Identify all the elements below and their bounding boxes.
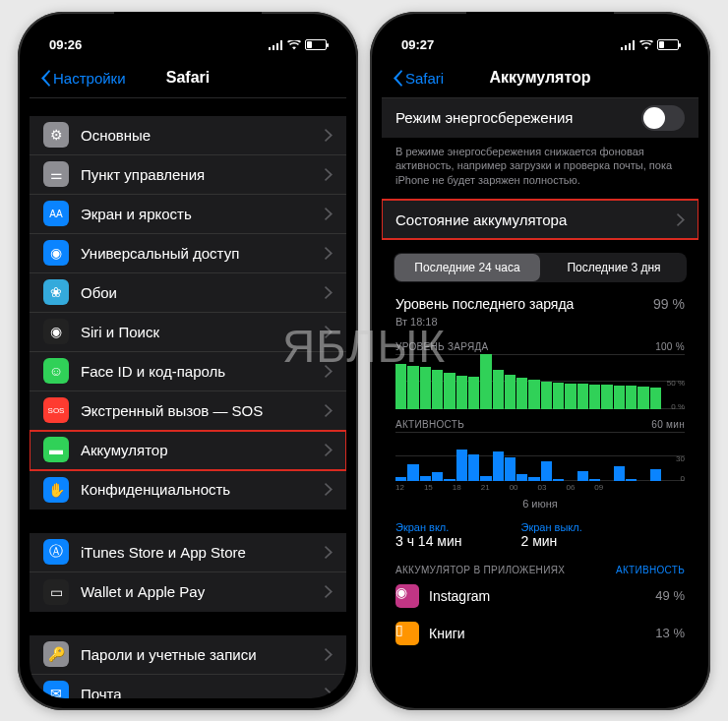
row-label: Экран и яркость xyxy=(81,206,325,222)
low-power-footer: В режиме энергосбережения снижается фоно… xyxy=(382,138,698,189)
screen-off-label: Экран выкл. xyxy=(521,521,582,533)
chevron-right-icon xyxy=(325,247,333,260)
chevron-right-icon xyxy=(325,286,333,299)
cellular-icon xyxy=(269,40,283,50)
textsize-icon: AA xyxy=(43,201,69,226)
chevron-right-icon xyxy=(325,129,333,142)
wallpaper-icon: ❀ xyxy=(43,279,69,305)
settings-row[interactable]: Ⓐ iTunes Store и App Store xyxy=(30,533,346,572)
row-label: Конфиденциальность xyxy=(81,481,325,498)
app-pct: 49 % xyxy=(655,588,685,603)
clock: 09:27 xyxy=(401,37,434,52)
settings-row[interactable]: SOS Экстренный вызов — SOS xyxy=(30,391,346,431)
settings-row[interactable]: ✉ Почта xyxy=(30,675,346,698)
segment-24h[interactable]: Последние 24 часа xyxy=(394,254,540,281)
clock: 09:26 xyxy=(49,37,82,52)
battery-icon xyxy=(305,39,327,50)
row-label: Основные xyxy=(81,127,325,144)
row-label: Face ID и код-пароль xyxy=(81,363,325,380)
nav-bar: Safari Аккумулятор xyxy=(382,59,698,98)
settings-row[interactable]: ⚌ Пункт управления xyxy=(30,155,346,195)
low-power-label: Режим энергосбережения xyxy=(395,109,641,126)
settings-row[interactable]: ▭ Wallet и Apple Pay xyxy=(30,572,346,612)
back-button[interactable]: Настройки xyxy=(39,59,126,97)
low-power-row[interactable]: Режим энергосбережения xyxy=(382,98,698,138)
charge-chart: 50 % 0 % xyxy=(395,354,685,409)
row-label: Siri и Поиск xyxy=(81,324,325,340)
settings-row[interactable]: ◉ Siri и Поиск xyxy=(30,313,346,352)
chevron-right-icon xyxy=(325,168,333,181)
page-title: Аккумулятор xyxy=(489,69,590,87)
phone-left: 09:26 Настройки Safari ⚙︎ Основные ⚌ Пун… xyxy=(18,12,358,710)
gear-icon: ⚙︎ xyxy=(43,122,69,148)
nav-bar: Настройки Safari xyxy=(30,59,346,98)
time-range-segment[interactable]: Последние 24 часа Последние 3 дня xyxy=(394,253,687,282)
chevron-right-icon xyxy=(325,326,333,338)
segment-3d[interactable]: Последние 3 дня xyxy=(541,253,687,282)
chevron-right-icon xyxy=(325,585,333,598)
low-power-toggle[interactable] xyxy=(641,105,685,131)
screen-stats: Экран вкл. 3 ч 14 мин Экран выкл. 2 мин xyxy=(382,515,698,557)
screen-on-label: Экран вкл. xyxy=(395,521,462,533)
row-label: Обои xyxy=(81,284,325,301)
app-row[interactable]: ◉ Instagram 49 % xyxy=(382,577,698,615)
row-label: Пункт управления xyxy=(81,166,325,183)
chevron-right-icon xyxy=(325,444,333,456)
screen-on-value: 3 ч 14 мин xyxy=(395,533,462,549)
app-pct: 13 % xyxy=(655,626,685,640)
books-icon: ▯ xyxy=(395,622,419,645)
settings-row[interactable]: AA Экран и яркость xyxy=(30,195,346,234)
cellular-icon xyxy=(621,40,636,50)
settings-row[interactable]: ✋ Конфиденциальность xyxy=(30,470,346,510)
last-charge-row: Уровень последнего заряда 99 % xyxy=(382,292,698,316)
apps-header: АККУМУЛЯТОР В ПРИЛОЖЕНИЯХ АКТИВНОСТЬ xyxy=(382,557,698,577)
battery-health-label: Состояние аккумулятора xyxy=(395,211,677,228)
chevron-right-icon xyxy=(325,483,333,496)
row-label: Аккумулятор xyxy=(81,442,325,458)
wallet-icon: ▭ xyxy=(43,579,69,605)
back-button[interactable]: Safari xyxy=(392,59,444,97)
chevron-right-icon xyxy=(325,546,333,559)
key-icon: 🔑 xyxy=(43,641,69,667)
activity-section-title: АКТИВНОСТЬ60 мин xyxy=(382,411,698,432)
battery-health-row[interactable]: Состояние аккумулятора xyxy=(382,200,698,239)
xaxis-sub: 6 июня xyxy=(382,498,698,515)
row-label: Почта xyxy=(81,686,325,698)
settings-list[interactable]: ⚙︎ Основные ⚌ Пункт управления AA Экран … xyxy=(30,98,346,698)
charge-section-title: УРОВЕНЬ ЗАРЯДА100 % xyxy=(382,333,698,354)
row-label: Пароли и учетные записи xyxy=(81,646,325,663)
battery-icon: ▬ xyxy=(43,437,69,462)
faceid-icon: ☺ xyxy=(43,358,69,384)
siri-icon: ◉ xyxy=(43,319,69,344)
settings-row[interactable]: ❀ Обои xyxy=(30,273,346,313)
app-usage-list: ◉ Instagram 49 %▯ Книги 13 % xyxy=(382,577,698,652)
settings-row[interactable]: ⚙︎ Основные xyxy=(30,116,346,155)
page-title: Safari xyxy=(166,69,210,87)
chevron-right-icon xyxy=(325,688,333,698)
sos-icon: SOS xyxy=(43,397,69,423)
screen-battery: 09:27 Safari Аккумулятор Режим энергосбе… xyxy=(382,24,698,698)
battery-content[interactable]: Режим энергосбережения В режиме энергосб… xyxy=(382,98,698,698)
app-row[interactable]: ▯ Книги 13 % xyxy=(382,615,698,652)
accessibility-icon: ◉ xyxy=(43,240,69,266)
settings-row[interactable]: ☺ Face ID и код-пароль xyxy=(30,352,346,391)
settings-row[interactable]: ▬ Аккумулятор xyxy=(30,431,346,470)
phone-right: 09:27 Safari Аккумулятор Режим энергосбе… xyxy=(370,12,710,710)
battery-icon xyxy=(657,39,679,50)
row-label: Универсальный доступ xyxy=(81,245,325,262)
screen-off-value: 2 мин xyxy=(521,533,582,549)
chevron-right-icon xyxy=(325,208,333,220)
switches-icon: ⚌ xyxy=(43,161,69,187)
screen-settings: 09:26 Настройки Safari ⚙︎ Основные ⚌ Пун… xyxy=(30,24,346,698)
app-name: Instagram xyxy=(429,588,490,604)
settings-row[interactable]: 🔑 Пароли и учетные записи xyxy=(30,635,346,675)
back-label: Safari xyxy=(405,70,444,87)
settings-row[interactable]: ◉ Универсальный доступ xyxy=(30,234,346,273)
row-label: Wallet и Apple Pay xyxy=(81,583,325,600)
back-label: Настройки xyxy=(53,70,126,87)
notch xyxy=(114,12,262,35)
wifi-icon xyxy=(639,40,653,50)
last-charge-pct: 99 % xyxy=(653,296,685,314)
appstore-icon: Ⓐ xyxy=(43,539,69,565)
notch xyxy=(466,12,614,35)
